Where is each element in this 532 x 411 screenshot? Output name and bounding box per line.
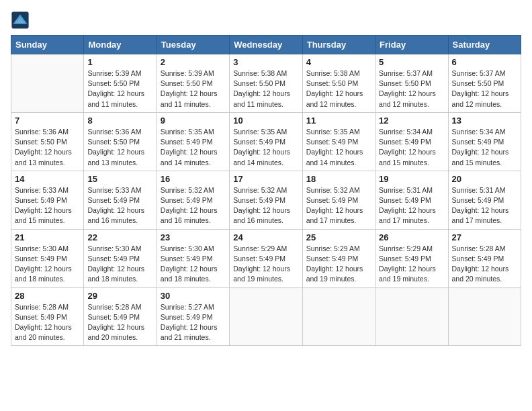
day-number: 23 (161, 232, 226, 242)
day-number: 7 (15, 116, 80, 126)
col-header-saturday: Saturday (448, 36, 521, 54)
day-number: 21 (15, 232, 80, 242)
calendar-week-row: 1Sunrise: 5:39 AM Sunset: 5:50 PM Daylig… (11, 54, 521, 113)
calendar-cell (375, 287, 448, 346)
page-header (11, 11, 521, 30)
day-info: Sunrise: 5:33 AM Sunset: 5:49 PM Dayligh… (15, 185, 80, 226)
calendar-cell: 29Sunrise: 5:28 AM Sunset: 5:49 PM Dayli… (84, 287, 157, 346)
calendar-cell: 22Sunrise: 5:30 AM Sunset: 5:49 PM Dayli… (84, 229, 157, 287)
day-number: 22 (87, 232, 152, 242)
calendar-cell: 23Sunrise: 5:30 AM Sunset: 5:49 PM Dayli… (157, 229, 229, 287)
calendar-week-row: 21Sunrise: 5:30 AM Sunset: 5:49 PM Dayli… (11, 229, 521, 287)
day-info: Sunrise: 5:27 AM Sunset: 5:49 PM Dayligh… (161, 302, 226, 343)
calendar-cell: 5Sunrise: 5:37 AM Sunset: 5:50 PM Daylig… (375, 54, 448, 113)
day-number: 15 (87, 174, 152, 184)
day-info: Sunrise: 5:39 AM Sunset: 5:50 PM Dayligh… (87, 68, 152, 109)
day-info: Sunrise: 5:33 AM Sunset: 5:49 PM Dayligh… (87, 185, 152, 226)
calendar-cell: 19Sunrise: 5:31 AM Sunset: 5:49 PM Dayli… (375, 171, 448, 229)
calendar-cell: 3Sunrise: 5:38 AM Sunset: 5:50 PM Daylig… (230, 54, 302, 113)
day-info: Sunrise: 5:28 AM Sunset: 5:49 PM Dayligh… (87, 302, 152, 343)
day-info: Sunrise: 5:36 AM Sunset: 5:50 PM Dayligh… (15, 127, 80, 168)
day-info: Sunrise: 5:29 AM Sunset: 5:49 PM Dayligh… (233, 244, 298, 285)
day-number: 20 (452, 174, 517, 184)
day-info: Sunrise: 5:35 AM Sunset: 5:49 PM Dayligh… (306, 127, 371, 168)
calendar-cell: 30Sunrise: 5:27 AM Sunset: 5:49 PM Dayli… (157, 287, 229, 346)
day-info: Sunrise: 5:39 AM Sunset: 5:50 PM Dayligh… (161, 68, 226, 109)
day-number: 10 (233, 116, 298, 126)
day-info: Sunrise: 5:37 AM Sunset: 5:50 PM Dayligh… (452, 68, 517, 109)
day-info: Sunrise: 5:32 AM Sunset: 5:49 PM Dayligh… (306, 185, 371, 226)
calendar-cell: 17Sunrise: 5:32 AM Sunset: 5:49 PM Dayli… (230, 171, 302, 229)
calendar-cell: 4Sunrise: 5:38 AM Sunset: 5:50 PM Daylig… (302, 54, 375, 113)
col-header-friday: Friday (375, 36, 448, 54)
day-number: 29 (87, 291, 152, 301)
col-header-wednesday: Wednesday (230, 36, 302, 54)
logo-icon (11, 11, 30, 30)
calendar-week-row: 14Sunrise: 5:33 AM Sunset: 5:49 PM Dayli… (11, 171, 521, 229)
day-number: 17 (233, 174, 298, 184)
calendar-week-row: 7Sunrise: 5:36 AM Sunset: 5:50 PM Daylig… (11, 112, 521, 171)
day-info: Sunrise: 5:37 AM Sunset: 5:50 PM Dayligh… (379, 68, 444, 109)
day-number: 1 (87, 57, 152, 67)
day-number: 25 (306, 232, 371, 242)
day-info: Sunrise: 5:34 AM Sunset: 5:49 PM Dayligh… (452, 127, 517, 168)
day-number: 18 (306, 174, 371, 184)
calendar-cell: 26Sunrise: 5:29 AM Sunset: 5:49 PM Dayli… (375, 229, 448, 287)
day-number: 27 (452, 232, 517, 242)
day-number: 16 (161, 174, 226, 184)
day-info: Sunrise: 5:30 AM Sunset: 5:49 PM Dayligh… (15, 244, 80, 285)
calendar-cell: 20Sunrise: 5:31 AM Sunset: 5:49 PM Dayli… (448, 171, 521, 229)
day-number: 14 (15, 174, 80, 184)
day-number: 6 (452, 57, 517, 67)
day-info: Sunrise: 5:30 AM Sunset: 5:49 PM Dayligh… (161, 244, 226, 285)
calendar-cell: 11Sunrise: 5:35 AM Sunset: 5:49 PM Dayli… (302, 112, 375, 171)
day-number: 30 (161, 291, 226, 301)
day-info: Sunrise: 5:29 AM Sunset: 5:49 PM Dayligh… (379, 244, 444, 285)
calendar-cell: 18Sunrise: 5:32 AM Sunset: 5:49 PM Dayli… (302, 171, 375, 229)
day-info: Sunrise: 5:36 AM Sunset: 5:50 PM Dayligh… (87, 127, 152, 168)
calendar-cell: 24Sunrise: 5:29 AM Sunset: 5:49 PM Dayli… (230, 229, 302, 287)
calendar-cell: 1Sunrise: 5:39 AM Sunset: 5:50 PM Daylig… (84, 54, 157, 113)
day-number: 3 (233, 57, 298, 67)
day-info: Sunrise: 5:32 AM Sunset: 5:49 PM Dayligh… (233, 185, 298, 226)
logo (11, 11, 32, 30)
calendar-cell: 27Sunrise: 5:28 AM Sunset: 5:49 PM Dayli… (448, 229, 521, 287)
calendar-cell (11, 54, 84, 113)
calendar-cell: 28Sunrise: 5:28 AM Sunset: 5:49 PM Dayli… (11, 287, 84, 346)
day-number: 19 (379, 174, 444, 184)
calendar-week-row: 28Sunrise: 5:28 AM Sunset: 5:49 PM Dayli… (11, 287, 521, 346)
day-info: Sunrise: 5:35 AM Sunset: 5:49 PM Dayligh… (233, 127, 298, 168)
day-info: Sunrise: 5:30 AM Sunset: 5:49 PM Dayligh… (87, 244, 152, 285)
day-number: 5 (379, 57, 444, 67)
day-number: 24 (233, 232, 298, 242)
calendar-cell: 9Sunrise: 5:35 AM Sunset: 5:49 PM Daylig… (157, 112, 229, 171)
day-number: 2 (161, 57, 226, 67)
day-info: Sunrise: 5:31 AM Sunset: 5:49 PM Dayligh… (452, 185, 517, 226)
day-number: 13 (452, 116, 517, 126)
day-info: Sunrise: 5:32 AM Sunset: 5:49 PM Dayligh… (161, 185, 226, 226)
calendar-cell: 12Sunrise: 5:34 AM Sunset: 5:49 PM Dayli… (375, 112, 448, 171)
calendar-cell (230, 287, 302, 346)
day-number: 8 (87, 116, 152, 126)
calendar-cell: 10Sunrise: 5:35 AM Sunset: 5:49 PM Dayli… (230, 112, 302, 171)
calendar-cell: 25Sunrise: 5:29 AM Sunset: 5:49 PM Dayli… (302, 229, 375, 287)
col-header-sunday: Sunday (11, 36, 84, 54)
calendar-cell: 7Sunrise: 5:36 AM Sunset: 5:50 PM Daylig… (11, 112, 84, 171)
calendar-cell: 2Sunrise: 5:39 AM Sunset: 5:50 PM Daylig… (157, 54, 229, 113)
day-number: 11 (306, 116, 371, 126)
col-header-thursday: Thursday (302, 36, 375, 54)
day-info: Sunrise: 5:29 AM Sunset: 5:49 PM Dayligh… (306, 244, 371, 285)
day-info: Sunrise: 5:35 AM Sunset: 5:49 PM Dayligh… (161, 127, 226, 168)
day-number: 26 (379, 232, 444, 242)
day-info: Sunrise: 5:31 AM Sunset: 5:49 PM Dayligh… (379, 185, 444, 226)
calendar-cell: 13Sunrise: 5:34 AM Sunset: 5:49 PM Dayli… (448, 112, 521, 171)
calendar-cell (302, 287, 375, 346)
day-info: Sunrise: 5:38 AM Sunset: 5:50 PM Dayligh… (233, 68, 298, 109)
calendar-cell: 16Sunrise: 5:32 AM Sunset: 5:49 PM Dayli… (157, 171, 229, 229)
col-header-tuesday: Tuesday (157, 36, 229, 54)
day-number: 4 (306, 57, 371, 67)
day-info: Sunrise: 5:38 AM Sunset: 5:50 PM Dayligh… (306, 68, 371, 109)
calendar-cell: 15Sunrise: 5:33 AM Sunset: 5:49 PM Dayli… (84, 171, 157, 229)
day-info: Sunrise: 5:34 AM Sunset: 5:49 PM Dayligh… (379, 127, 444, 168)
calendar-cell (448, 287, 521, 346)
